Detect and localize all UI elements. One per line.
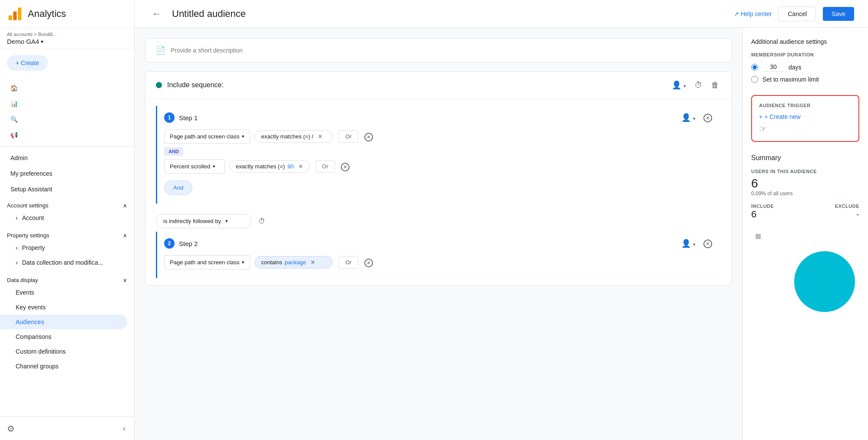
sidebar-item-custom-definitions[interactable]: Custom definitions [0, 344, 127, 359]
sidebar-item-channel-groups[interactable]: Channel groups [0, 359, 127, 374]
step-1-conditions: Page path and screen class ▾ exactly mat… [157, 129, 721, 204]
dim-chevron-icon: ▾ [242, 134, 244, 139]
sidebar-item-advertising[interactable]: 📢 [0, 127, 127, 143]
operator-2[interactable]: exactly matches (=) 90 ✕ [229, 160, 310, 173]
add-and-button[interactable]: And [164, 181, 192, 195]
package-x-icon[interactable]: ✕ [310, 259, 315, 266]
days-label: days [789, 64, 802, 71]
person-scope-button[interactable]: 👤 ▾ [670, 79, 688, 92]
account-info: All accounts > Bundill... Demo GA4 ▾ [0, 28, 134, 49]
svg-rect-1 [13, 12, 17, 20]
sidebar-item-account[interactable]: › Account [0, 210, 127, 225]
operator-1[interactable]: exactly matches (=) / ✕ [254, 130, 333, 143]
dimension-3[interactable]: Page path and screen class ▾ [164, 255, 250, 269]
sidebar: Analytics All accounts > Bundill... Demo… [0, 0, 135, 440]
settings-icon[interactable]: ⚙ [7, 424, 15, 434]
exclude-col: EXCLUDE - [805, 204, 860, 220]
sidebar-item-setup[interactable]: Setup Assistant [0, 181, 127, 197]
sidebar-item-admin[interactable]: Admin [0, 150, 127, 166]
page-title: Untitled audience [172, 8, 727, 20]
exclude-val: - [805, 209, 860, 220]
remove-cond-3-icon: ✕ [364, 259, 373, 267]
create-new-trigger-button[interactable]: + + Create new [759, 113, 801, 120]
seq-actions: 👤 ▾ ⏱ 🗑 [670, 79, 721, 92]
explore-icon: 🔍 [10, 116, 18, 123]
help-center-link[interactable]: ↗ Help center [734, 10, 772, 17]
membership-radio-1[interactable] [751, 64, 758, 71]
remove-cond-1-button[interactable]: ✕ [363, 130, 375, 143]
operator-3[interactable]: contains package ✕ [254, 256, 333, 269]
cancel-button[interactable]: Cancel [779, 7, 816, 21]
sidebar-bottom: ⚙ ‹ [0, 417, 134, 440]
top-actions: ↗ Help center Cancel Save [734, 7, 854, 21]
back-arrow-icon: ← [152, 8, 162, 19]
connector-timer-icon: ⏱ [258, 217, 265, 225]
collapse-button[interactable]: ‹ [121, 422, 127, 435]
teal-dot [156, 82, 162, 88]
sidebar-item-home[interactable]: 🏠 [0, 80, 127, 96]
step1-remove-button[interactable]: ✕ [702, 111, 714, 124]
membership-radio-2[interactable] [751, 76, 758, 83]
audience-trigger-section: AUDIENCE TRIGGER + + Create new ☞ [751, 95, 859, 142]
step-2-container: 2 Step 2 👤 ▾ ✕ [156, 232, 721, 278]
property-settings-header[interactable]: Property settings ∧ [0, 229, 134, 240]
save-button[interactable]: Save [823, 7, 854, 21]
admin-label: Admin [10, 154, 28, 161]
create-button[interactable]: + Create [7, 55, 48, 71]
step1-person-button[interactable]: 👤 ▾ [680, 111, 697, 124]
sidebar-item-explore[interactable]: 🔍 [0, 112, 127, 127]
property-settings-section: Property settings ∧ › Property › Data co… [0, 227, 134, 272]
sidebar-item-reports[interactable]: 📊 [0, 96, 127, 112]
val-x-icon[interactable]: ✕ [298, 163, 303, 170]
remove-cond-3-button[interactable]: ✕ [363, 256, 375, 269]
trigger-box: AUDIENCE TRIGGER + + Create new ☞ [751, 95, 859, 142]
back-button[interactable]: ← [149, 7, 165, 21]
or-button-1[interactable]: Or [339, 130, 358, 143]
connector-dropdown[interactable]: is indirectly followed by ▾ [156, 214, 251, 228]
data-display-children: Events Key events Audiences Comparisons … [0, 285, 134, 374]
sidebar-item-events[interactable]: Events [0, 285, 127, 300]
op-x-icon[interactable]: ✕ [318, 133, 323, 140]
remove-cond-2-icon: ✕ [341, 163, 350, 171]
chevron-up-icon2: ∧ [123, 232, 127, 239]
plus-trigger-icon: + [759, 113, 762, 120]
account-name[interactable]: Demo GA4 ▾ [7, 38, 127, 45]
chevron-person-icon: ▾ [683, 83, 686, 89]
sidebar-item-preferences[interactable]: My preferences [0, 166, 127, 181]
step-1-header: 1 Step 1 👤 ▾ ✕ [157, 106, 721, 129]
include-label: INCLUDE [751, 204, 805, 209]
sidebar-item-data-collection[interactable]: › Data collection and modifica... [0, 255, 127, 270]
users-in-audience-label: USERS IN THIS AUDIENCE [751, 169, 859, 174]
sidebar-nav: 🏠 📊 🔍 📢 Admin My preferences Setup Assis… [0, 77, 134, 417]
step2-person-icon: 👤 [681, 239, 691, 248]
account-breadcrumb: All accounts > Bundill... [7, 32, 127, 37]
summary-section: Summary USERS IN THIS AUDIENCE 6 0.09% o… [751, 154, 859, 312]
step-1-container: 1 Step 1 👤 ▾ ✕ [156, 106, 721, 204]
data-display-header[interactable]: Data display ∨ [0, 273, 134, 285]
duration-input[interactable] [762, 62, 784, 72]
step-2-number: 2 [164, 238, 175, 249]
dimension-2[interactable]: Percent scrolled ▾ [164, 159, 225, 174]
step2-remove-button[interactable]: ✕ [702, 237, 714, 250]
bar-chart-icon: 📊 [10, 100, 18, 107]
document-icon: 📄 [156, 46, 165, 55]
account-settings-header[interactable]: Account settings ∧ [0, 199, 134, 210]
exclude-label: EXCLUDE [805, 204, 860, 209]
dimension-1[interactable]: Page path and screen class ▾ [164, 129, 250, 144]
sidebar-item-property[interactable]: › Property [0, 240, 127, 255]
connector-timer-button[interactable]: ⏱ [257, 215, 267, 227]
app-title: Analytics [28, 8, 66, 20]
step2-person-button[interactable]: 👤 ▾ [680, 237, 697, 250]
membership-label: MEMBERSHIP DURATION [751, 52, 859, 57]
setup-label: Setup Assistant [10, 186, 53, 193]
or-button-2[interactable]: Or [316, 160, 335, 173]
delete-seq-button[interactable]: 🗑 [710, 79, 721, 92]
remove-cond-2-button[interactable]: ✕ [339, 160, 351, 173]
sidebar-item-comparisons[interactable]: Comparisons [0, 329, 127, 344]
timer-button[interactable]: ⏱ [693, 79, 704, 92]
description-input[interactable] [171, 47, 721, 54]
or-button-3[interactable]: Or [339, 256, 358, 269]
sidebar-item-key-events[interactable]: Key events [0, 300, 127, 315]
sidebar-item-audiences[interactable]: Audiences [0, 315, 127, 329]
audience-chart [751, 225, 859, 312]
